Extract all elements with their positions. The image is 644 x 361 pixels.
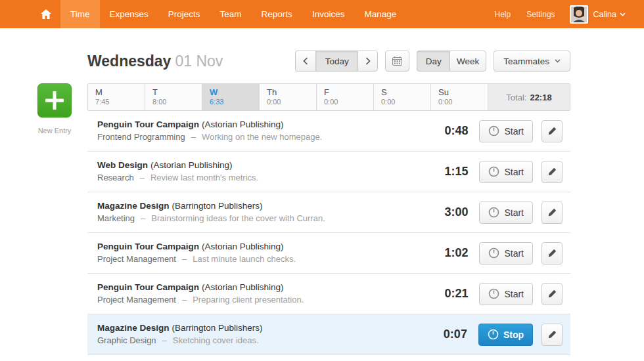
entry-separator: – — [140, 173, 145, 182]
day-week-toggle: Day Week — [417, 51, 486, 72]
time-entry-row: Penguin Tour Campaign(Astorian Publishin… — [87, 274, 570, 314]
timer-icon — [488, 288, 499, 299]
day-total: 0:00 — [438, 98, 488, 106]
help-link[interactable]: Help — [487, 10, 519, 19]
entry-client: (Barrington Publishers) — [172, 323, 263, 333]
user-avatar[interactable] — [570, 5, 588, 24]
day-name: Wednesday — [87, 53, 171, 70]
day-tab-monday[interactable]: M 7:45 — [88, 84, 145, 110]
timer-icon — [488, 329, 499, 340]
day-total: 8:00 — [152, 98, 202, 106]
week-toggle-button[interactable]: Week — [449, 51, 486, 72]
start-timer-button[interactable]: Start — [479, 120, 533, 142]
teammates-dropdown[interactable]: Teammates — [494, 51, 570, 72]
edit-entry-button[interactable] — [541, 161, 563, 183]
entry-task: Graphic Design — [97, 335, 156, 345]
nav-item-time[interactable]: Time — [60, 0, 100, 28]
start-timer-button[interactable]: Start — [479, 161, 533, 183]
nav-item-reports[interactable]: Reports — [252, 0, 302, 28]
start-label: Start — [504, 289, 524, 299]
entry-notes: Last minute launch checks. — [193, 254, 296, 264]
day-toggle-button[interactable]: Day — [417, 51, 449, 72]
timer-icon — [488, 247, 499, 259]
time-entries-list: Penguin Tour Campaign(Astorian Publishin… — [87, 111, 570, 355]
home-button[interactable] — [32, 0, 60, 28]
date-label: 01 Nov — [175, 53, 223, 70]
settings-link[interactable]: Settings — [518, 10, 563, 19]
day-tab-thursday[interactable]: Th 0:00 — [260, 84, 317, 110]
entry-duration: 0:21 — [427, 287, 468, 301]
pencil-icon — [548, 127, 557, 135]
week-strip: M 7:45 T 8:00 W 6:33 Th 0:00 F 0:00 S 0:… — [87, 83, 570, 111]
day-letter: T — [152, 87, 202, 97]
entry-text: Web Design(Astorian Publishing) Research… — [97, 159, 427, 184]
next-day-button[interactable] — [357, 51, 378, 72]
nav-item-projects[interactable]: Projects — [158, 0, 210, 28]
entry-text: Penguin Tour Campaign(Astorian Publishin… — [97, 282, 427, 306]
entry-project: Magazine Design — [97, 323, 170, 333]
entry-project: Penguin Tour Campaign — [97, 119, 199, 129]
chevron-right-icon — [365, 57, 371, 65]
entry-task: Frontend Programming — [97, 132, 185, 142]
nav-item-invoices[interactable]: Invoices — [302, 0, 355, 28]
day-letter: Th — [267, 87, 316, 97]
nav-item-expenses[interactable]: Expenses — [100, 0, 158, 28]
entry-notes: Sketching cover ideas. — [173, 335, 259, 345]
edit-entry-button[interactable] — [541, 120, 563, 142]
today-button[interactable]: Today — [315, 51, 357, 72]
new-entry-button[interactable] — [37, 83, 72, 117]
edit-entry-button[interactable] — [541, 242, 563, 265]
time-tracking-app: Time Expenses Projects Team Reports Invo… — [0, 0, 644, 361]
nav-item-manage[interactable]: Manage — [354, 0, 406, 28]
entry-project: Penguin Tour Campaign — [97, 242, 199, 251]
nav-item-team[interactable]: Team — [210, 0, 252, 28]
entry-separator: – — [191, 132, 196, 142]
header-row: Wednesday01 Nov Today — [87, 50, 570, 72]
edit-entry-button[interactable] — [541, 283, 563, 305]
week-total: Total: 22:18 — [488, 84, 570, 110]
day-tab-tuesday[interactable]: T 8:00 — [145, 84, 202, 110]
nav-right: Help Settings Calina — [487, 0, 644, 28]
calendar-button[interactable] — [385, 51, 409, 72]
new-entry-block: New Entry — [37, 83, 72, 135]
entry-project: Web Design — [97, 160, 148, 170]
day-total: 0:00 — [267, 98, 316, 106]
edit-entry-button[interactable] — [541, 202, 563, 224]
entry-duration: 0:48 — [427, 124, 468, 138]
nav-left: Time Expenses Projects Team Reports Invo… — [0, 0, 406, 28]
entry-notes: Preparing client presentation. — [193, 295, 304, 305]
start-timer-button[interactable]: Start — [479, 202, 533, 224]
page-title: Wednesday01 Nov — [87, 53, 223, 70]
entry-text: Penguin Tour Campaign(Astorian Publishin… — [97, 119, 427, 143]
day-total: 0:00 — [324, 98, 373, 106]
new-entry-label: New Entry — [37, 127, 72, 135]
day-tab-wednesday[interactable]: W 6:33 — [202, 84, 260, 110]
entry-project: Magazine Design — [97, 201, 170, 211]
start-label: Start — [504, 126, 524, 137]
pencil-icon — [548, 289, 557, 298]
entry-duration: 3:00 — [427, 205, 468, 219]
time-entry-row: Magazine Design(Barrington Publishers) M… — [87, 192, 570, 233]
chevron-left-icon — [303, 57, 308, 65]
time-entry-row: Web Design(Astorian Publishing) Research… — [87, 152, 570, 192]
time-entry-row: Penguin Tour Campaign(Astorian Publishin… — [87, 111, 570, 152]
day-total: 7:45 — [95, 98, 145, 106]
chevron-down-icon — [620, 12, 626, 16]
entry-duration: 0:07 — [426, 328, 467, 341]
start-timer-button[interactable]: Start — [479, 242, 533, 265]
pencil-icon — [548, 208, 557, 217]
timer-icon — [488, 166, 499, 177]
day-tab-saturday[interactable]: S 0:00 — [374, 84, 431, 110]
user-menu[interactable]: Calina — [593, 10, 626, 19]
day-letter: S — [381, 87, 430, 97]
day-tab-friday[interactable]: F 0:00 — [317, 84, 374, 110]
time-entry-row: Penguin Tour Campaign(Astorian Publishin… — [87, 233, 570, 274]
entry-project: Penguin Tour Campaign — [97, 282, 199, 292]
prev-day-button[interactable] — [295, 51, 315, 72]
start-timer-button[interactable]: Start — [479, 283, 533, 305]
day-letter: M — [95, 87, 145, 97]
home-icon — [41, 9, 51, 19]
stop-timer-button[interactable]: Stop — [478, 324, 533, 346]
day-tab-sunday[interactable]: Su 0:00 — [431, 84, 488, 110]
edit-entry-button[interactable] — [541, 324, 563, 346]
